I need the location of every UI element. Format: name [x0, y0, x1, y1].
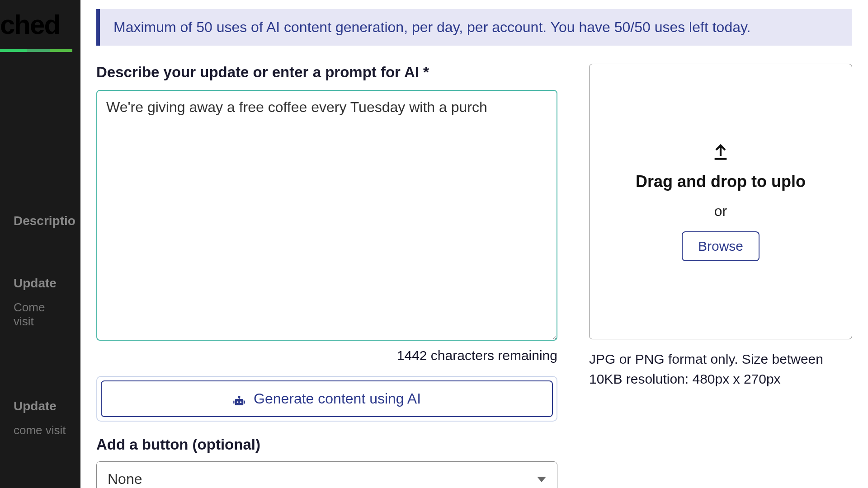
upload-title: Drag and drop to uplo — [636, 172, 806, 191]
char-count: 1442 characters remaining — [96, 348, 557, 363]
button-type-value: None — [108, 471, 142, 488]
svg-rect-6 — [244, 401, 245, 404]
usage-banner: Maximum of 50 uses of AI content generat… — [96, 9, 852, 46]
usage-banner-text: Maximum of 50 uses of AI content generat… — [113, 19, 839, 36]
sidebar-item-update-1-sub: Come visit — [0, 299, 80, 341]
robot-icon — [233, 394, 245, 404]
button-type-select[interactable]: None — [96, 461, 557, 488]
app-logo-fragment: ched — [0, 0, 80, 40]
sidebar-item-update-2-sub: come visit — [0, 422, 80, 450]
upload-info-text: JPG or PNG format only. Size between 10K… — [589, 349, 852, 389]
upload-dropzone[interactable]: Drag and drop to uplo or Browse — [589, 64, 852, 339]
upload-icon — [712, 142, 730, 160]
main-panel: Maximum of 50 uses of AI content generat… — [80, 0, 868, 488]
generate-ai-label: Generate content using AI — [254, 390, 421, 407]
sidebar-item-update-1[interactable]: Update — [0, 268, 80, 299]
svg-rect-5 — [233, 401, 234, 404]
add-button-label: Add a button (optional) — [96, 436, 557, 453]
svg-rect-2 — [239, 398, 240, 400]
prompt-textarea[interactable] — [96, 90, 557, 341]
sidebar: ched Descriptio Update Come visit Update… — [0, 0, 80, 488]
svg-point-3 — [237, 401, 239, 403]
sidebar-item-update-2[interactable]: Update — [0, 391, 80, 422]
prompt-label: Describe your update or enter a prompt f… — [96, 64, 557, 81]
upload-or-text: or — [714, 203, 727, 220]
chevron-down-icon — [537, 477, 546, 482]
browse-button[interactable]: Browse — [682, 231, 760, 261]
svg-rect-0 — [235, 399, 244, 405]
progress-bar — [0, 49, 80, 52]
sidebar-item-description[interactable]: Descriptio — [0, 206, 80, 236]
svg-point-4 — [240, 401, 242, 403]
generate-ai-button[interactable]: Generate content using AI — [101, 380, 553, 417]
